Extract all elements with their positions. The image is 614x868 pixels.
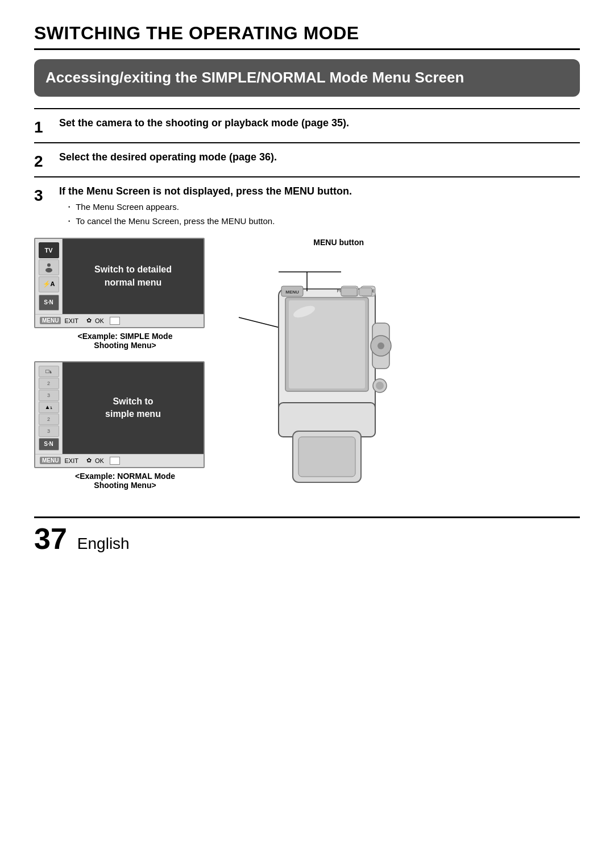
- simple-sidebar-fa: ⚡A: [39, 276, 59, 292]
- normal-sidebar-sn: S·N: [39, 438, 59, 450]
- step-1-number: 1: [34, 117, 59, 137]
- normal-footer-square: [110, 457, 120, 465]
- svg-point-20: [376, 382, 384, 390]
- step3-visual: TV ⚡A S·N Switch to detailed normal m: [34, 238, 409, 494]
- page-number: 37: [34, 524, 67, 553]
- step-2-text: Select the desired operating mode (page …: [59, 151, 580, 163]
- svg-text:MENU: MENU: [285, 290, 299, 295]
- step-3: 3 If the Menu Screen is not displayed, p…: [34, 176, 580, 499]
- svg-line-2: [239, 317, 284, 329]
- simple-menu-footer: MENU EXIT ✿ OK: [35, 314, 204, 327]
- bullet-1: The Menu Screen appears.: [65, 200, 352, 214]
- svg-rect-23: [341, 288, 357, 296]
- simple-sidebar-person: [39, 259, 59, 275]
- normal-item-a1: ▲₁: [39, 402, 59, 413]
- svg-point-0: [47, 263, 51, 267]
- normal-menu-footer: MENU EXIT ✿ OK: [35, 454, 204, 467]
- normal-menu-main: Switch to simple menu: [63, 362, 204, 454]
- right-side: MENU button: [227, 238, 409, 494]
- simple-sidebar-sn: S·N: [39, 295, 59, 311]
- simple-switch-text: Switch to detailed normal menu: [94, 263, 172, 289]
- step-2-number: 2: [34, 151, 59, 171]
- simple-ok-label: OK: [95, 317, 104, 324]
- svg-point-10: [377, 342, 384, 349]
- page-number-section: 37 English: [34, 516, 580, 553]
- normal-switch-text: Switch to simple menu: [105, 395, 161, 421]
- normal-item-1: □₁: [39, 366, 59, 377]
- simple-menu-main: Switch to detailed normal menu: [63, 239, 204, 314]
- simple-footer-square: [110, 317, 120, 325]
- step-3-number: 3: [34, 185, 59, 205]
- page-language: English: [77, 535, 130, 553]
- normal-ok-icon: ✿: [86, 457, 92, 464]
- section-header: Accessing/exiting the SIMPLE/NORMAL Mode…: [34, 59, 580, 97]
- step-1: 1 Set the camera to the shooting or play…: [34, 108, 580, 142]
- step-2: 2 Select the desired operating mode (pag…: [34, 142, 580, 176]
- normal-item-3: 3: [39, 390, 59, 401]
- normal-ok-label: OK: [95, 457, 104, 464]
- normal-sidebar: □₁ 2 3 ▲₁ 2 3 S·N: [35, 362, 63, 454]
- simple-ok-icon: ✿: [86, 317, 92, 324]
- simple-menu-btn: MENU: [40, 317, 61, 324]
- normal-item-a2: 2: [39, 414, 59, 425]
- svg-rect-18: [298, 437, 355, 477]
- camera-illustration: MENU PHOTO MOVIE: [227, 255, 409, 494]
- normal-mode-panel: □₁ 2 3 ▲₁ 2 3 S·N Switch to: [34, 361, 216, 490]
- normal-caption: <Example: NORMAL Mode Shooting Menu>: [34, 472, 216, 490]
- step-3-text: If the Menu Screen is not displayed, pre…: [59, 185, 352, 197]
- menu-button-label: MENU button: [313, 238, 364, 247]
- svg-point-1: [45, 268, 52, 272]
- simple-exit-label: EXIT: [64, 317, 78, 324]
- normal-exit-label: EXIT: [64, 457, 78, 464]
- normal-item-a3: 3: [39, 425, 59, 437]
- main-title: SWITCHING THE OPERATING MODE: [34, 23, 580, 50]
- simple-sidebar-tv: TV: [39, 242, 59, 258]
- simple-menu-screen: TV ⚡A S·N Switch to detailed normal m: [34, 238, 205, 328]
- step-1-text: Set the camera to the shooting or playba…: [59, 117, 580, 129]
- svg-rect-24: [359, 288, 372, 296]
- simple-mode-panel: TV ⚡A S·N Switch to detailed normal m: [34, 238, 216, 350]
- normal-menu-btn: MENU: [40, 457, 61, 464]
- step-3-bullets: The Menu Screen appears. To cancel the M…: [65, 200, 352, 229]
- simple-caption: <Example: SIMPLE Mode Shooting Menu>: [34, 332, 216, 350]
- normal-menu-screen: □₁ 2 3 ▲₁ 2 3 S·N Switch to: [34, 361, 205, 468]
- simple-sidebar: TV ⚡A S·N: [35, 239, 63, 314]
- bullet-2: To cancel the Menu Screen, press the MEN…: [65, 214, 352, 229]
- left-panels: TV ⚡A S·N Switch to detailed normal m: [34, 238, 216, 490]
- normal-item-2: 2: [39, 378, 59, 389]
